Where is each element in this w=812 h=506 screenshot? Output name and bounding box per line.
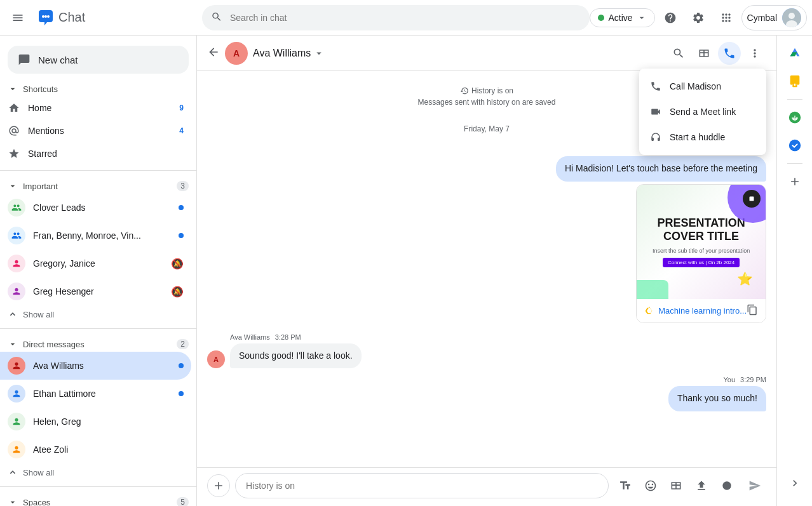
message-content-received-1: Ava Williams 3:28 PM Sounds good! I'll t… — [230, 333, 362, 369]
copy-attachment-button[interactable] — [747, 304, 758, 317]
add-icon — [788, 175, 801, 188]
drive-icon-small — [644, 305, 654, 316]
chat-header-actions — [667, 42, 766, 65]
message-input[interactable] — [235, 473, 609, 498]
chevron-down-icon — [8, 84, 18, 94]
google-tasks-button[interactable] — [782, 133, 808, 158]
call-button[interactable] — [718, 42, 741, 65]
upload-button[interactable] — [690, 474, 713, 497]
chat-area: A Ava Williams — [197, 36, 776, 506]
important-show-all[interactable]: Show all — [0, 305, 196, 323]
send-meet-link-item[interactable]: Send a Meet link — [639, 99, 766, 124]
chevron-down-icon — [8, 181, 18, 191]
chevron-down-icon-dm — [8, 339, 18, 349]
spaces-title: Spaces — [8, 497, 50, 506]
starred-label: Starred — [28, 149, 184, 159]
svg-rect-7 — [750, 196, 754, 201]
svg-point-3 — [47, 15, 50, 18]
sidebar-item-ethan-lattimore[interactable]: Ethan Lattimore — [0, 380, 191, 408]
start-huddle-item[interactable]: Start a huddle — [639, 124, 766, 150]
sidebar-item-atee-zoli[interactable]: Atee Zoli — [0, 436, 191, 463]
settings-button[interactable] — [686, 5, 711, 30]
keep-icon — [788, 74, 802, 88]
call-dropdown: Call Madison Send a Meet link Start a hu… — [639, 69, 766, 155]
sidebar-item-mentions[interactable]: Mentions 4 — [0, 119, 191, 142]
clover-leads-unread — [179, 205, 184, 210]
ava-williams-label: Ava Williams — [33, 361, 171, 371]
sidebar-item-ava-williams[interactable]: Ava Williams — [0, 352, 191, 380]
active-label: Active — [608, 13, 632, 23]
message-meta-sent-2: You 3:29 PM — [723, 376, 766, 383]
input-actions — [614, 474, 738, 497]
star-icon — [8, 147, 20, 160]
main-layout: New chat Shortcuts Home 9 Mentions 4 — [0, 0, 812, 506]
expand-right-panel[interactable] — [782, 470, 808, 496]
dm-show-all[interactable]: Show all — [0, 463, 196, 481]
mute-icon: 🔕 — [171, 258, 184, 270]
svg-point-8 — [722, 481, 731, 489]
sidebar-item-gregory-janice[interactable]: Gregory, Janice 🔕 — [0, 250, 191, 277]
attachment-footer: Machine learning intro... — [637, 299, 766, 323]
send-meet-link-label: Send a Meet link — [670, 107, 736, 117]
presentation-subtitle: Insert the sub title of your presentatio… — [653, 248, 750, 254]
greg-hesenger-label: Greg Hesenger — [33, 286, 163, 296]
top-bar-left: Chat — [5, 5, 202, 30]
sidebar-item-home[interactable]: Home 9 — [0, 97, 191, 119]
divider-3 — [0, 486, 196, 487]
apps-message-button[interactable] — [665, 474, 687, 497]
user-account-button[interactable]: Cymbal — [741, 5, 807, 30]
more-actions-button[interactable] — [743, 42, 766, 65]
fran-benny-unread — [179, 233, 184, 238]
svg-rect-9 — [790, 76, 799, 85]
help-button[interactable] — [658, 5, 683, 30]
active-status-button[interactable]: Active — [590, 8, 654, 27]
search-input[interactable] — [202, 5, 590, 30]
mute-icon-2: 🔕 — [171, 286, 184, 298]
spaces-count: 5 — [177, 497, 189, 506]
app-title: Chat — [58, 10, 85, 25]
dm-title: Direct messages — [8, 339, 85, 349]
dm-count: 2 — [177, 339, 189, 349]
dm-header: Direct messages 2 — [0, 334, 196, 352]
sidebar-item-fran-benny[interactable]: Fran, Benny, Monroe, Vin... — [0, 222, 191, 250]
app-logo-icon — [36, 8, 56, 28]
mentions-icon — [8, 124, 20, 137]
message-bubble-received-1: Sounds good! I'll take a look. — [230, 343, 362, 369]
sidebar-item-clover-leads[interactable]: Clover Leads — [0, 194, 191, 222]
google-keep-button[interactable] — [782, 69, 808, 94]
shortcuts-header: Shortcuts — [0, 79, 196, 97]
send-button[interactable] — [743, 474, 766, 497]
svg-point-2 — [44, 15, 47, 18]
call-madison-item[interactable]: Call Madison — [639, 74, 766, 99]
back-button[interactable] — [207, 46, 220, 60]
sidebar-item-starred[interactable]: Starred — [0, 142, 191, 165]
stop-button — [743, 190, 761, 208]
right-panel-add-button[interactable] — [782, 169, 808, 194]
active-dot — [598, 15, 604, 21]
text-format-button[interactable] — [614, 474, 637, 497]
add-attachment-button[interactable] — [207, 474, 230, 497]
attachment-card: PRESENTATIONCOVER TITLE Insert the sub t… — [636, 184, 766, 323]
video-icon — [649, 105, 662, 118]
attachment-preview: PRESENTATIONCOVER TITLE Insert the sub t… — [637, 185, 766, 299]
record-button[interactable] — [715, 474, 738, 497]
sidebar-item-helen-greg[interactable]: Helen, Greg — [0, 408, 191, 436]
apps-button[interactable] — [714, 5, 739, 30]
tasks-icon — [788, 138, 802, 152]
layout-button[interactable] — [693, 42, 715, 65]
important-title: Important — [8, 181, 58, 191]
search-chat-button[interactable] — [667, 42, 690, 65]
new-chat-button[interactable]: New chat — [8, 46, 189, 74]
shortcuts-title: Shortcuts — [8, 84, 58, 94]
company-name: Cymbal — [747, 13, 777, 23]
input-bar — [197, 467, 776, 506]
hamburger-menu[interactable] — [5, 5, 30, 30]
google-drive-button[interactable] — [782, 41, 808, 66]
google-voice-button[interactable] — [782, 105, 808, 130]
presentation-btn: Connect with us | On 2b 2024 — [663, 258, 740, 267]
important-count: 3 — [177, 181, 189, 191]
sidebar-item-greg-hesenger[interactable]: Greg Hesenger 🔕 — [0, 277, 191, 305]
user-avatar — [782, 8, 801, 27]
emoji-button[interactable] — [639, 474, 662, 497]
chevron-down-icon — [637, 13, 647, 23]
